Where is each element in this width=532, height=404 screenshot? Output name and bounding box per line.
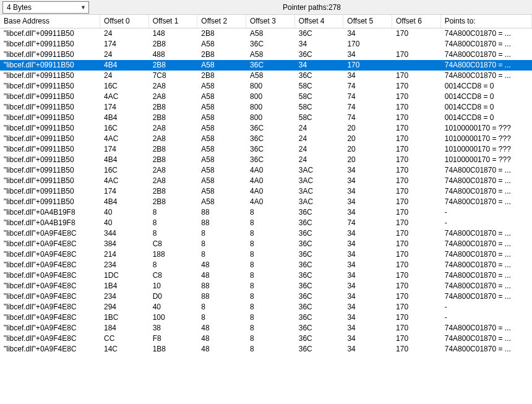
cell-offset5: 34 <box>343 28 392 39</box>
cell-offset4: 36C <box>295 239 344 249</box>
column-header-pointsto[interactable]: Points to: <box>441 15 532 28</box>
table-row[interactable]: "libcef.dll"+09911B504AC2A8A5880058C7417… <box>0 92 532 102</box>
cell-offset0: 234 <box>100 291 149 302</box>
cell-offset4: 36C <box>295 49 344 60</box>
cell-offset4: 34 <box>295 39 344 49</box>
cell-offset5: 20 <box>343 134 392 144</box>
cell-offset1: 2A8 <box>149 123 198 134</box>
cell-offset4: 36C <box>295 71 344 81</box>
cell-pointsto: 74A800C01870 = ... <box>441 197 532 207</box>
table-row[interactable]: "libcef.dll"+09911B50244882B8A5836C34170… <box>0 49 532 60</box>
table-row[interactable]: "libcef.dll"+0A9F4E8C1B41088836C3417074A… <box>0 281 532 291</box>
table-row[interactable]: "libcef.dll"+09911B504B42B8A584A03AC3417… <box>0 197 532 207</box>
table-row[interactable]: "libcef.dll"+0A9F4E8C384C88836C3417074A8… <box>0 239 532 249</box>
table-row[interactable]: "libcef.dll"+0A9F4E8C294408836C34170- <box>0 302 532 312</box>
cell-offset0: CC <box>100 333 149 344</box>
cell-offset3: 8 <box>246 291 295 302</box>
cell-offset5: 34 <box>343 333 392 344</box>
cell-offset1: 2A8 <box>149 134 198 144</box>
table-row[interactable]: "libcef.dll"+09911B504AC2A8A584A03AC3417… <box>0 176 532 186</box>
cell-base: "libcef.dll"+0A9F4E8C <box>0 302 100 312</box>
table-row[interactable]: "libcef.dll"+0A9F4E8C1BC1008836C34170- <box>0 312 532 323</box>
column-header-offset3[interactable]: Offset 3 <box>246 15 295 28</box>
table-row[interactable]: "libcef.dll"+09911B504AC2A8A5836C2420170… <box>0 134 532 144</box>
table-row[interactable]: "libcef.dll"+09911B50247C82B8A5836C34170… <box>0 71 532 81</box>
cell-offset0: 4B4 <box>100 197 149 207</box>
cell-offset3: 36C <box>246 155 295 165</box>
cell-offset0: 184 <box>100 323 149 333</box>
table-row[interactable]: "libcef.dll"+0A9F4E8C234848836C3417074A8… <box>0 260 532 270</box>
cell-offset6: 170 <box>392 333 441 344</box>
table-row[interactable]: "libcef.dll"+09911B5016C2A8A5880058C7417… <box>0 81 532 92</box>
table-row[interactable]: "libcef.dll"+0A9F4E8C234D088836C3417074A… <box>0 291 532 302</box>
table-row[interactable]: "libcef.dll"+09911B504B42B8A5836C2420170… <box>0 155 532 165</box>
cell-offset2: A58 <box>197 165 246 176</box>
column-header-offset2[interactable]: Offset 2 <box>197 15 246 28</box>
table-row[interactable]: "libcef.dll"+09911B501742B8A5836C3417074… <box>0 39 532 49</box>
cell-offset1: 2A8 <box>149 165 198 176</box>
cell-offset3: 8 <box>246 249 295 260</box>
table-row[interactable]: "libcef.dll"+0A4B19F840888836C34170- <box>0 207 532 218</box>
cell-offset5: 74 <box>343 218 392 228</box>
cell-offset5: 34 <box>343 312 392 323</box>
cell-offset0: 174 <box>100 102 149 113</box>
table-row[interactable]: "libcef.dll"+0A9F4E8CCCF848836C3417074A8… <box>0 333 532 344</box>
table-row[interactable]: "libcef.dll"+09911B501742B8A5836C2420170… <box>0 144 532 155</box>
cell-offset3: 8 <box>246 270 295 281</box>
cell-offset4: 36C <box>295 344 344 355</box>
cell-pointsto: 74A800C01870 = ... <box>441 176 532 186</box>
table-row[interactable]: "libcef.dll"+09911B501742B8A5880058C7417… <box>0 102 532 113</box>
cell-pointsto: - <box>441 218 532 228</box>
cell-offset2: 8 <box>197 228 246 239</box>
cell-offset2: 88 <box>197 281 246 291</box>
cell-offset0: 384 <box>100 239 149 249</box>
cell-offset2: 48 <box>197 344 246 355</box>
table-row[interactable]: "libcef.dll"+09911B5016C2A8A584A03AC3417… <box>0 165 532 176</box>
cell-offset4: 34 <box>295 60 344 71</box>
cell-offset1: 2B8 <box>149 186 198 197</box>
cell-offset6: 170 <box>392 291 441 302</box>
cell-offset6: 170 <box>392 323 441 333</box>
table-row[interactable]: "libcef.dll"+09911B50241482B8A5836C34170… <box>0 28 532 39</box>
cell-offset6: 170 <box>392 123 441 134</box>
table-row[interactable]: "libcef.dll"+09911B504B42B8A5836C3417074… <box>0 60 532 71</box>
cell-pointsto: 74A800C01870 = ... <box>441 291 532 302</box>
column-header-offset6[interactable]: Offset 6 <box>392 15 441 28</box>
table-row[interactable]: "libcef.dll"+0A9F4E8C1843848836C3417074A… <box>0 323 532 333</box>
table-row[interactable]: "libcef.dll"+0A9F4E8C2141888836C3417074A… <box>0 249 532 260</box>
grid-body[interactable]: "libcef.dll"+09911B50241482B8A5836C34170… <box>0 28 532 403</box>
cell-offset5: 20 <box>343 144 392 155</box>
cell-offset2: 48 <box>197 270 246 281</box>
table-row[interactable]: "libcef.dll"+09911B5016C2A8A5836C2420170… <box>0 123 532 134</box>
cell-base: "libcef.dll"+09911B50 <box>0 71 100 81</box>
column-header-offset1[interactable]: Offset 1 <box>149 15 198 28</box>
cell-offset6: 170 <box>392 281 441 291</box>
cell-pointsto: 74A800C01870 = ... <box>441 333 532 344</box>
cell-offset4: 3AC <box>295 176 344 186</box>
table-row[interactable]: "libcef.dll"+0A4B19F840888836C74170- <box>0 218 532 228</box>
cell-pointsto: 74A800C01870 = ... <box>441 71 532 81</box>
table-row[interactable]: "libcef.dll"+09911B501742B8A584A03AC3417… <box>0 186 532 197</box>
column-header-offset4[interactable]: Offset 4 <box>295 15 344 28</box>
column-header-offset5[interactable]: Offset 5 <box>343 15 392 28</box>
table-row[interactable]: "libcef.dll"+0A9F4E8C34488836C3417074A80… <box>0 228 532 239</box>
cell-offset2: 8 <box>197 312 246 323</box>
cell-pointsto: 0014CCD8 = 0 <box>441 81 532 92</box>
column-header-offset0[interactable]: Offset 0 <box>100 15 149 28</box>
cell-offset3: 36C <box>246 134 295 144</box>
cell-offset2: 2B8 <box>197 71 246 81</box>
size-combobox[interactable]: 4 Bytes ▼ <box>2 1 89 14</box>
cell-offset2: 48 <box>197 333 246 344</box>
cell-offset4: 36C <box>295 218 344 228</box>
table-row[interactable]: "libcef.dll"+0A9F4E8C1DCC848836C3417074A… <box>0 270 532 281</box>
column-header-base[interactable]: Base Address <box>0 15 100 28</box>
cell-offset4: 58C <box>295 102 344 113</box>
chevron-down-icon: ▼ <box>80 4 86 11</box>
title-prefix: Pointer paths: <box>283 3 328 12</box>
cell-base: "libcef.dll"+0A9F4E8C <box>0 281 100 291</box>
cell-offset3: 4A0 <box>246 176 295 186</box>
cell-offset5: 34 <box>343 176 392 186</box>
table-row[interactable]: "libcef.dll"+0A9F4E8C14C1B848836C3417074… <box>0 344 532 355</box>
table-row[interactable]: "libcef.dll"+09911B504B42B8A5880058C7417… <box>0 113 532 123</box>
cell-offset2: A58 <box>197 102 246 113</box>
